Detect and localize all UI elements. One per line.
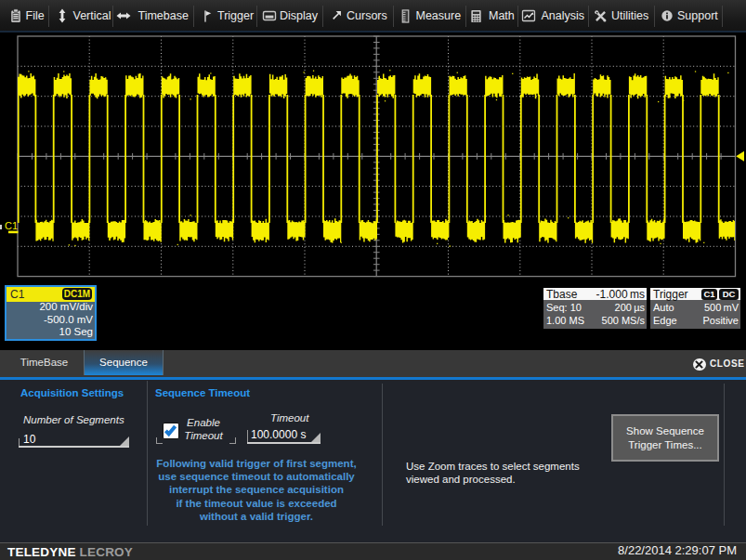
svg-text:C1: C1 — [5, 220, 18, 231]
